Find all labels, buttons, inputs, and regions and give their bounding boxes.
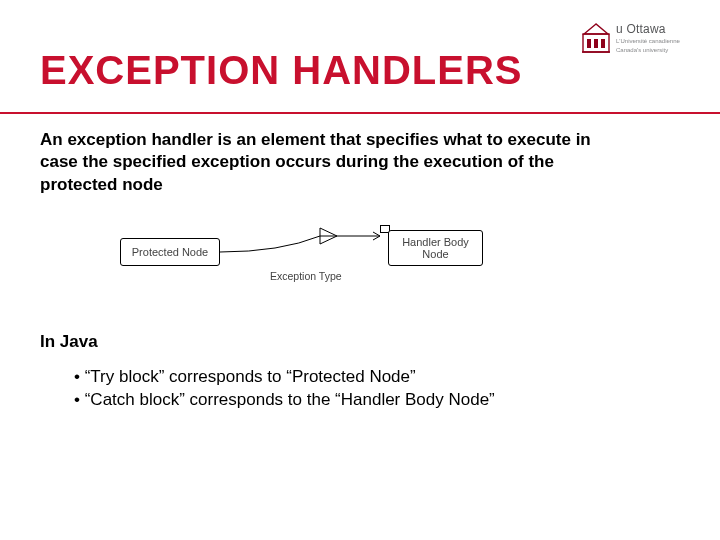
exception-diagram: Protected Node Handler Body Node Excepti… bbox=[120, 222, 530, 302]
protected-node-box: Protected Node bbox=[120, 238, 220, 266]
logo-text: u Ottawa L'Université canadienne Canada'… bbox=[616, 22, 680, 53]
building-icon bbox=[582, 22, 610, 54]
list-item: “Try block” corresponds to “Protected No… bbox=[74, 366, 680, 389]
handler-body-node-box: Handler Body Node bbox=[388, 230, 483, 266]
uottawa-logo: u Ottawa L'Université canadienne Canada'… bbox=[582, 22, 692, 76]
logo-main-text: u Ottawa bbox=[616, 22, 680, 36]
svg-rect-3 bbox=[594, 39, 598, 48]
exception-type-label: Exception Type bbox=[270, 270, 342, 282]
logo-sub-2: Canada's university bbox=[616, 47, 680, 54]
intro-paragraph: An exception handler is an element that … bbox=[40, 129, 600, 196]
title-divider bbox=[0, 112, 720, 114]
bullet-list: “Try block” corresponds to “Protected No… bbox=[74, 366, 680, 412]
svg-rect-4 bbox=[601, 39, 605, 48]
svg-rect-2 bbox=[587, 39, 591, 48]
java-subheading: In Java bbox=[40, 332, 680, 352]
svg-marker-1 bbox=[584, 24, 608, 34]
slide: u Ottawa L'Université canadienne Canada'… bbox=[0, 0, 720, 540]
logo-sub-1: L'Université canadienne bbox=[616, 38, 680, 45]
list-item: “Catch block” corresponds to the “Handle… bbox=[74, 389, 680, 412]
